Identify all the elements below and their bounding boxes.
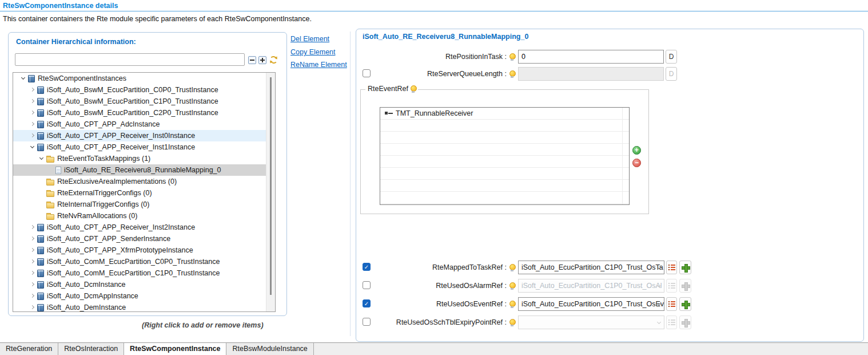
position-in-task-input[interactable] [518,50,664,64]
tree-scrollbar-track[interactable] [266,73,275,311]
chevron-right-icon[interactable] [29,258,36,265]
chevron-spacer [38,212,45,219]
tree-item[interactable]: iSoft_Auto_DcmInstance [13,279,266,290]
chevron-right-icon[interactable] [29,281,36,288]
tab-rtegeneration[interactable]: RteGeneration [0,343,58,355]
event-ref-list[interactable]: TMT_RunnableReceiver [380,107,630,205]
chevron-right-icon[interactable] [29,109,36,116]
tree-item[interactable]: RteExternalTriggerConfigs (0) [13,187,266,199]
list-icon [668,283,675,289]
used-os-event-ref-list-button[interactable] [666,297,677,311]
chevron-down-icon [658,284,661,287]
used-os-alarm-ref-combobox: iSoft_Auto_EcucPartition_C1P0_Trust_OsAl [518,279,664,293]
refresh-button[interactable] [269,55,278,65]
chevron-spacer [38,201,45,208]
tree-item-label: iSoft_Auto_BswM_EcucPartition_C1P0_Trust… [47,97,218,105]
component-icon [37,144,44,151]
tab-rteswcomponentinstance[interactable]: RteSwComponentInstance [124,343,226,355]
event-ref-row[interactable] [380,180,629,192]
tree-item-label: RteSwComponentInstances [38,74,126,82]
expand-all-button[interactable] [258,56,266,64]
tree-item[interactable]: iSoft_Auto_CPT_APP_Receiver_Inst1Instanc… [13,141,266,153]
tree-item[interactable]: iSoft_Auto_CPT_APP_Receiver_Inst2Instanc… [13,222,266,233]
chevron-right-icon[interactable] [29,247,36,254]
tree-item-label: iSoft_Auto_ComM_EcucPartition_C0P0_Trust… [47,258,220,266]
tree-item[interactable]: iSoft_Auto_BswM_EcucPartition_C0P0_Trust… [13,84,266,96]
chevron-right-icon[interactable] [29,270,36,277]
used-os-event-ref-checkbox[interactable] [363,299,371,307]
mapped-to-task-ref-label: RteMappedToTaskRef : [377,261,507,274]
list-icon [668,265,675,270]
tree-item[interactable]: iSoft_Auto_CPT_APP_XfrmPrototypeInstance [13,244,266,256]
used-os-schtbl-expiry-point-ref-list-button [666,315,677,329]
tree-item[interactable]: iSoft_Auto_ComM_EcucPartition_C1P0_Trust… [13,267,266,279]
chevron-down-icon[interactable] [20,75,27,82]
used-os-schtbl-expiry-point-ref-label: RteUsedOsSchTblExpiryPointRef : [377,315,507,329]
used-os-alarm-ref-checkbox[interactable] [363,281,371,289]
position-in-task-bulb-icon [509,53,515,61]
tree-item[interactable]: RteNvRamAllocations (0) [13,210,266,222]
tab-rteosinteraction[interactable]: RteOsInteraction [58,343,124,355]
tree-item[interactable]: iSoft_Auto_BswM_EcucPartition_C2P0_Trust… [13,107,266,119]
chevron-right-icon[interactable] [29,224,36,231]
event-item-icon [385,111,393,116]
tree-scrollbar-thumb[interactable] [270,77,272,295]
chevron-right-icon[interactable] [29,86,36,93]
chevron-right-icon[interactable] [29,132,36,139]
event-ref-row[interactable] [380,168,629,180]
collapse-all-button[interactable] [248,56,256,64]
used-os-event-ref-add-button[interactable] [679,297,691,311]
tree-item[interactable]: iSoft_Auto_CPT_APP_SenderInstance [13,233,266,244]
mapped-to-task-ref-add-button[interactable] [679,261,691,274]
tree-item[interactable]: RteExclusiveAreaImplementations (0) [13,176,266,187]
tree-item[interactable]: iSoft_Auto_CPT_APP_Receiver_Inst0Instanc… [13,130,266,141]
tree-item[interactable]: RteEventToTaskMappings (1) [13,153,266,164]
tree-item-label: iSoft_Auto_CPT_APP_AdcInstance [47,120,160,128]
tree-item[interactable]: iSoft_Auto_RE_Receiveru8_RunnableMapping… [13,164,266,176]
tree-item[interactable]: iSoft_Auto_ComM_EcucPartition_C0P0_Trust… [13,256,266,267]
event-ref-add-button[interactable]: + [632,146,641,155]
tree-item[interactable]: iSoft_Auto_BswM_EcucPartition_C1P0_Trust… [13,96,266,107]
tree-filter-input[interactable] [15,53,245,66]
rename-element-link[interactable]: ReName Element [290,61,347,69]
event-ref-legend: RteEventRef [365,85,418,93]
chevron-right-icon[interactable] [29,235,36,242]
used-os-alarm-ref-add-button [679,279,691,293]
event-ref-row[interactable] [380,192,629,204]
position-in-task-label: RtePositionInTask : [366,50,507,64]
component-icon [37,98,44,105]
del-element-link[interactable]: Del Element [290,35,329,43]
tree-item[interactable]: RteInternalTriggerConfigs (0) [13,199,266,210]
event-ref-row[interactable] [380,156,629,168]
position-in-task-default-button[interactable]: D [666,50,677,64]
component-icon [37,304,44,311]
event-ref-row[interactable] [380,120,629,132]
tree-item-label: iSoft_Auto_BswM_EcucPartition_C2P0_Trust… [47,109,218,117]
event-ref-row[interactable] [380,144,629,156]
chevron-right-icon[interactable] [29,121,36,128]
chevron-right-icon[interactable] [29,304,36,311]
chevron-right-icon[interactable] [29,98,36,105]
event-ref-row[interactable]: TMT_RunnableReceiver [380,108,629,120]
chevron-down-icon[interactable] [38,155,45,162]
tree-item[interactable]: iSoft_Auto_CPT_APP_AdcInstance [13,119,266,130]
tree-item[interactable]: iSoft_Auto_DemInstance [13,302,266,312]
mapped-to-task-ref-checkbox[interactable] [363,263,371,271]
component-icon [37,258,44,266]
detail-title: iSoft_Auto_RE_Receiveru8_RunnableMapping… [363,33,528,41]
event-ref-row[interactable] [380,132,629,144]
used-os-event-ref-combobox[interactable]: iSoft_Auto_EcucPartition_C1P0_Trust_OsEv [518,297,664,311]
tree-item[interactable]: RteSwComponentInstances [13,73,266,84]
copy-element-link[interactable]: Copy Element [290,48,336,56]
used-os-schtbl-expiry-point-ref-checkbox[interactable] [363,318,371,326]
chevron-right-icon[interactable] [29,293,36,299]
mapped-to-task-ref-combobox[interactable]: iSoft_Auto_EcucPartition_C1P0_Trust_OsTa [518,261,664,274]
tree-item[interactable]: iSoft_Auto_DcmAppInstance [13,290,266,302]
server-queue-length-checkbox[interactable] [363,69,371,77]
tree-item-label: RteExclusiveAreaImplementations (0) [57,178,177,186]
tree-rows: RteSwComponentInstancesiSoft_Auto_BswM_E… [13,73,275,312]
tab-rtebswmoduleinstance[interactable]: RteBswModuleInstance [226,343,313,355]
chevron-down-icon[interactable] [29,144,36,151]
mapped-to-task-ref-list-button[interactable] [666,261,677,274]
event-ref-remove-button[interactable]: − [632,159,641,167]
